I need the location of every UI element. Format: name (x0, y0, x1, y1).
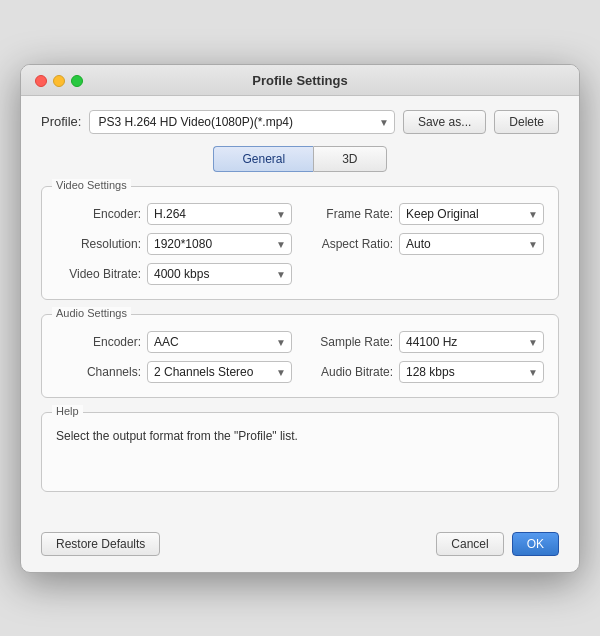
profile-select[interactable]: PS3 H.264 HD Video(1080P)(*.mp4) (89, 110, 394, 134)
video-settings-grid: Encoder: H.264 ▼ Frame Rate: Keep Origin… (56, 203, 544, 285)
audio-encoder-select-wrapper: AAC ▼ (147, 331, 292, 353)
video-bitrate-select-wrapper: 4000 kbps ▼ (147, 263, 292, 285)
audio-bitrate-select-wrapper: 128 kbps ▼ (399, 361, 544, 383)
profile-row: Profile: PS3 H.264 HD Video(1080P)(*.mp4… (41, 110, 559, 134)
bottom-right-buttons: Cancel OK (436, 532, 559, 556)
tab-3d[interactable]: 3D (313, 146, 386, 172)
minimize-button[interactable] (53, 75, 65, 87)
encoder-select-wrapper: H.264 ▼ (147, 203, 292, 225)
resolution-row: Resolution: 1920*1080 ▼ (56, 233, 292, 255)
channels-select[interactable]: 2 Channels Stereo (147, 361, 292, 383)
maximize-button[interactable] (71, 75, 83, 87)
main-content: Profile: PS3 H.264 HD Video(1080P)(*.mp4… (21, 96, 579, 522)
encoder-label: Encoder: (56, 207, 141, 221)
close-button[interactable] (35, 75, 47, 87)
sample-rate-label: Sample Rate: (308, 335, 393, 349)
profile-settings-window: Profile Settings Profile: PS3 H.264 HD V… (20, 64, 580, 573)
window-title: Profile Settings (252, 73, 347, 88)
bottom-bar: Restore Defaults Cancel OK (21, 522, 579, 572)
help-title: Help (52, 405, 83, 417)
frame-rate-select[interactable]: Keep Original (399, 203, 544, 225)
channels-row: Channels: 2 Channels Stereo ▼ (56, 361, 292, 383)
frame-rate-label: Frame Rate: (308, 207, 393, 221)
traffic-lights (35, 75, 83, 87)
audio-bitrate-label: Audio Bitrate: (308, 365, 393, 379)
audio-settings-grid: Encoder: AAC ▼ Sample Rate: 44100 Hz (56, 331, 544, 383)
frame-rate-select-wrapper: Keep Original ▼ (399, 203, 544, 225)
sample-rate-select-wrapper: 44100 Hz ▼ (399, 331, 544, 353)
ok-button[interactable]: OK (512, 532, 559, 556)
help-section: Help Select the output format from the "… (41, 412, 559, 492)
restore-defaults-button[interactable]: Restore Defaults (41, 532, 160, 556)
channels-select-wrapper: 2 Channels Stereo ▼ (147, 361, 292, 383)
resolution-label: Resolution: (56, 237, 141, 251)
cancel-button[interactable]: Cancel (436, 532, 503, 556)
help-text: Select the output format from the "Profi… (56, 429, 544, 443)
tab-general[interactable]: General (213, 146, 313, 172)
sample-rate-select[interactable]: 44100 Hz (399, 331, 544, 353)
audio-bitrate-select[interactable]: 128 kbps (399, 361, 544, 383)
video-settings-section: Video Settings Encoder: H.264 ▼ Frame Ra… (41, 186, 559, 300)
profile-select-wrapper: PS3 H.264 HD Video(1080P)(*.mp4) ▼ (89, 110, 394, 134)
video-bitrate-label: Video Bitrate: (56, 267, 141, 281)
video-bitrate-select[interactable]: 4000 kbps (147, 263, 292, 285)
frame-rate-row: Frame Rate: Keep Original ▼ (308, 203, 544, 225)
channels-label: Channels: (56, 365, 141, 379)
aspect-ratio-label: Aspect Ratio: (308, 237, 393, 251)
encoder-row: Encoder: H.264 ▼ (56, 203, 292, 225)
video-bitrate-row: Video Bitrate: 4000 kbps ▼ (56, 263, 292, 285)
encoder-select[interactable]: H.264 (147, 203, 292, 225)
tabs-row: General 3D (41, 146, 559, 172)
title-bar: Profile Settings (21, 65, 579, 96)
aspect-ratio-row: Aspect Ratio: Auto ▼ (308, 233, 544, 255)
sample-rate-row: Sample Rate: 44100 Hz ▼ (308, 331, 544, 353)
aspect-ratio-select[interactable]: Auto (399, 233, 544, 255)
profile-label: Profile: (41, 114, 81, 129)
save-as-button[interactable]: Save as... (403, 110, 486, 134)
audio-encoder-label: Encoder: (56, 335, 141, 349)
audio-settings-title: Audio Settings (52, 307, 131, 319)
audio-encoder-row: Encoder: AAC ▼ (56, 331, 292, 353)
resolution-select[interactable]: 1920*1080 (147, 233, 292, 255)
audio-encoder-select[interactable]: AAC (147, 331, 292, 353)
delete-button[interactable]: Delete (494, 110, 559, 134)
aspect-ratio-select-wrapper: Auto ▼ (399, 233, 544, 255)
video-settings-title: Video Settings (52, 179, 131, 191)
resolution-select-wrapper: 1920*1080 ▼ (147, 233, 292, 255)
audio-bitrate-row: Audio Bitrate: 128 kbps ▼ (308, 361, 544, 383)
audio-settings-section: Audio Settings Encoder: AAC ▼ Sample Rat… (41, 314, 559, 398)
